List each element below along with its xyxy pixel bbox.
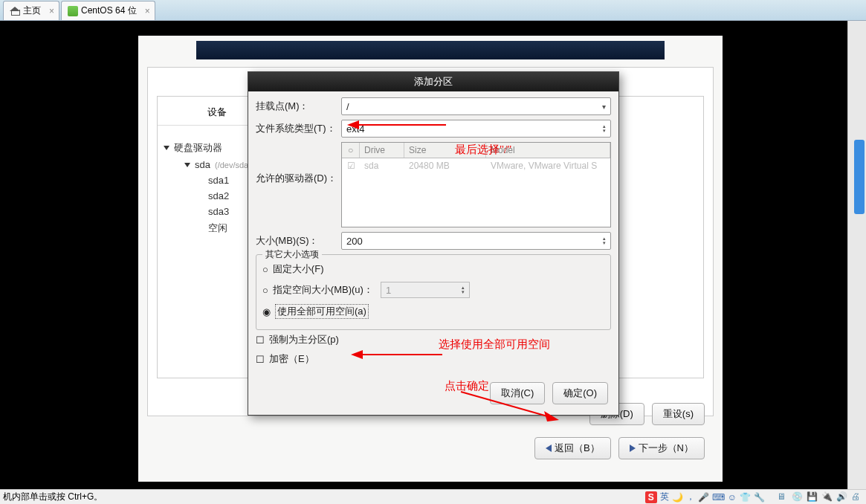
size-options-group: 其它大小选项 ○ 固定大小(F) ○ 指定空间大小(MB)(u)： 1 ▴▾ ◉… [256,254,611,330]
size-options-legend: 其它大小选项 [262,248,322,261]
fillto-input: 1 ▴▾ [381,282,470,298]
tab-vm[interactable]: CentOS 64 位 × [61,1,155,20]
spin-icon: ▴▾ [603,236,606,245]
size-value: 200 [346,236,363,247]
cancel-button[interactable]: 取消(C) [490,382,545,404]
vm-cd-icon[interactable]: 💿 [792,491,804,503]
size-label: 大小(MB)(S)： [256,234,341,248]
centos-icon [68,6,78,16]
reset-button[interactable]: 重设(s) [652,403,705,425]
nav-buttons: 返回（B） 下一步（N） [534,437,705,459]
ok-button[interactable]: 确定(O) [552,382,608,404]
vm-floppy-icon[interactable]: 💾 [807,491,818,503]
col-drive: Drive [360,143,404,158]
ime-lang[interactable]: 英 [660,491,669,503]
add-partition-dialog: 添加分区 挂载点(M)： / ▾ 文件系统类型(T)： ext4 ▴▾ 允许的驱… [248,71,619,416]
radio-fillall[interactable]: ◉ 使用全部可用空间(a) [262,301,604,322]
check-primary[interactable]: ☐ 强制为主分区(p) [256,330,611,349]
vm-printer-icon[interactable]: 🖨 [851,491,863,503]
wrench-icon[interactable]: 🔧 [754,492,765,503]
comma-icon[interactable]: ， [686,491,695,503]
check-encrypt[interactable]: ☐ 加密（E） [256,349,611,369]
chevron-down-icon: ▾ [602,103,606,111]
status-hint: 机内部单击或按 Ctrl+G。 [3,491,103,503]
vm-network-icon[interactable]: 🔌 [821,491,833,503]
col-model: Model [486,143,610,158]
radio-fillto[interactable]: ○ 指定空间大小(MB)(u)： 1 ▴▾ [262,279,604,301]
drive-row[interactable]: ☑ sda 20480 MB VMware, VMware Virtual S [342,158,610,173]
chevron-down-icon [164,146,169,150]
status-bar: 机内部单击或按 Ctrl+G。 S 英 🌙 ， 🎤 ⌨ ☺ 👕 🔧 🖥 💿 💾 … [0,489,866,504]
mic-icon[interactable]: 🎤 [698,492,709,503]
face-icon[interactable]: ☺ [728,492,737,503]
right-scroll-pane [847,21,866,489]
radio-fixed[interactable]: ○ 固定大小(F) [262,259,604,279]
tab-home[interactable]: 主页 × [3,1,59,20]
arrow-left-icon [546,445,552,452]
col-size: Size [404,143,486,158]
fstype-combo[interactable]: ext4 ▴▾ [341,120,611,138]
scroll-thumb[interactable] [854,140,865,214]
banner [196,41,665,59]
keyboard-icon[interactable]: ⌨ [712,492,725,503]
allowed-drives-table[interactable]: ○ Drive Size Model ☑ sda 20480 MB VMware… [341,142,611,227]
checkbox-icon: ☐ [256,335,265,346]
mount-combo[interactable]: / ▾ [341,97,611,115]
vm-sound-icon[interactable]: 🔊 [836,491,848,503]
next-button[interactable]: 下一步（N） [618,437,705,459]
radio-icon: ○ [262,285,268,296]
spin-icon: ▴▾ [603,124,606,133]
vmware-tab-bar: 主页 × CentOS 64 位 × [0,0,866,21]
back-button[interactable]: 返回（B） [534,437,611,459]
arrow-right-icon [630,445,636,452]
moon-icon[interactable]: 🌙 [672,492,683,503]
size-input[interactable]: 200 ▴▾ [341,232,611,250]
chevron-down-icon [184,163,190,167]
tab-vm-label: CentOS 64 位 [81,4,137,17]
radio-icon: ○ [262,264,268,275]
mount-label: 挂载点(M)： [256,100,341,113]
fstype-value: ext4 [346,123,365,135]
vm-device-icon[interactable]: 🖥 [777,491,789,503]
col-check: ○ [342,143,360,158]
checkbox-icon: ☐ [256,354,265,365]
fstype-label: 文件系统类型(T)： [256,122,341,135]
close-icon[interactable]: × [145,6,150,16]
dialog-title: 添加分区 [248,72,618,91]
radio-icon: ◉ [262,306,271,317]
close-icon[interactable]: × [49,6,54,16]
mount-value: / [346,101,349,112]
home-icon [10,7,20,16]
drives-label: 允许的驱动器(D)： [256,142,341,185]
tab-home-label: 主页 [23,4,41,17]
sogou-ime-icon[interactable]: S [645,491,657,503]
shirt-icon[interactable]: 👕 [740,492,751,503]
